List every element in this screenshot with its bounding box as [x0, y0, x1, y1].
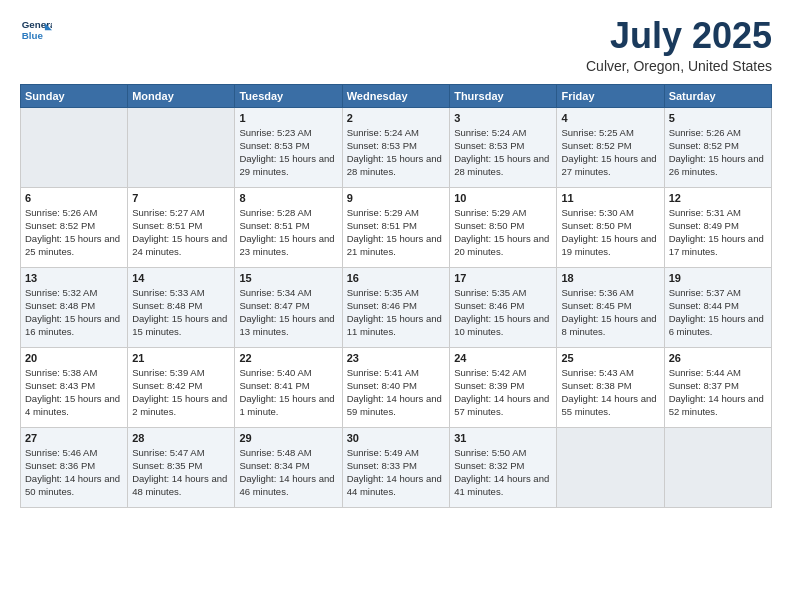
calendar-cell: 23Sunrise: 5:41 AM Sunset: 8:40 PM Dayli…	[342, 347, 449, 427]
calendar-cell: 21Sunrise: 5:39 AM Sunset: 8:42 PM Dayli…	[128, 347, 235, 427]
calendar-cell: 26Sunrise: 5:44 AM Sunset: 8:37 PM Dayli…	[664, 347, 771, 427]
calendar-cell: 5Sunrise: 5:26 AM Sunset: 8:52 PM Daylig…	[664, 107, 771, 187]
weekday-header-wednesday: Wednesday	[342, 84, 449, 107]
calendar-cell	[21, 107, 128, 187]
day-number: 15	[239, 272, 337, 284]
day-info: Sunrise: 5:24 AM Sunset: 8:53 PM Dayligh…	[454, 126, 552, 179]
day-number: 5	[669, 112, 767, 124]
calendar-cell: 28Sunrise: 5:47 AM Sunset: 8:35 PM Dayli…	[128, 427, 235, 507]
day-number: 3	[454, 112, 552, 124]
weekday-header-saturday: Saturday	[664, 84, 771, 107]
calendar-cell	[128, 107, 235, 187]
day-info: Sunrise: 5:26 AM Sunset: 8:52 PM Dayligh…	[25, 206, 123, 259]
week-row-1: 1Sunrise: 5:23 AM Sunset: 8:53 PM Daylig…	[21, 107, 772, 187]
day-number: 10	[454, 192, 552, 204]
day-info: Sunrise: 5:27 AM Sunset: 8:51 PM Dayligh…	[132, 206, 230, 259]
day-info: Sunrise: 5:33 AM Sunset: 8:48 PM Dayligh…	[132, 286, 230, 339]
day-info: Sunrise: 5:42 AM Sunset: 8:39 PM Dayligh…	[454, 366, 552, 419]
day-info: Sunrise: 5:35 AM Sunset: 8:46 PM Dayligh…	[347, 286, 445, 339]
day-number: 13	[25, 272, 123, 284]
calendar-cell: 11Sunrise: 5:30 AM Sunset: 8:50 PM Dayli…	[557, 187, 664, 267]
calendar-cell: 1Sunrise: 5:23 AM Sunset: 8:53 PM Daylig…	[235, 107, 342, 187]
day-info: Sunrise: 5:38 AM Sunset: 8:43 PM Dayligh…	[25, 366, 123, 419]
day-info: Sunrise: 5:46 AM Sunset: 8:36 PM Dayligh…	[25, 446, 123, 499]
day-number: 14	[132, 272, 230, 284]
week-row-5: 27Sunrise: 5:46 AM Sunset: 8:36 PM Dayli…	[21, 427, 772, 507]
day-info: Sunrise: 5:30 AM Sunset: 8:50 PM Dayligh…	[561, 206, 659, 259]
day-number: 11	[561, 192, 659, 204]
header: General Blue July 2025 Culver, Oregon, U…	[20, 16, 772, 74]
day-number: 18	[561, 272, 659, 284]
day-info: Sunrise: 5:24 AM Sunset: 8:53 PM Dayligh…	[347, 126, 445, 179]
day-number: 25	[561, 352, 659, 364]
day-info: Sunrise: 5:49 AM Sunset: 8:33 PM Dayligh…	[347, 446, 445, 499]
calendar-cell: 25Sunrise: 5:43 AM Sunset: 8:38 PM Dayli…	[557, 347, 664, 427]
week-row-4: 20Sunrise: 5:38 AM Sunset: 8:43 PM Dayli…	[21, 347, 772, 427]
calendar-cell: 6Sunrise: 5:26 AM Sunset: 8:52 PM Daylig…	[21, 187, 128, 267]
day-number: 27	[25, 432, 123, 444]
day-info: Sunrise: 5:23 AM Sunset: 8:53 PM Dayligh…	[239, 126, 337, 179]
day-info: Sunrise: 5:43 AM Sunset: 8:38 PM Dayligh…	[561, 366, 659, 419]
subtitle: Culver, Oregon, United States	[586, 58, 772, 74]
weekday-header-row: SundayMondayTuesdayWednesdayThursdayFrid…	[21, 84, 772, 107]
logo: General Blue	[20, 16, 52, 48]
day-number: 23	[347, 352, 445, 364]
day-number: 6	[25, 192, 123, 204]
day-info: Sunrise: 5:31 AM Sunset: 8:49 PM Dayligh…	[669, 206, 767, 259]
calendar-cell: 2Sunrise: 5:24 AM Sunset: 8:53 PM Daylig…	[342, 107, 449, 187]
weekday-header-friday: Friday	[557, 84, 664, 107]
calendar-cell: 7Sunrise: 5:27 AM Sunset: 8:51 PM Daylig…	[128, 187, 235, 267]
day-info: Sunrise: 5:32 AM Sunset: 8:48 PM Dayligh…	[25, 286, 123, 339]
svg-text:Blue: Blue	[22, 30, 44, 41]
day-number: 1	[239, 112, 337, 124]
day-info: Sunrise: 5:47 AM Sunset: 8:35 PM Dayligh…	[132, 446, 230, 499]
calendar-cell: 8Sunrise: 5:28 AM Sunset: 8:51 PM Daylig…	[235, 187, 342, 267]
calendar-cell: 3Sunrise: 5:24 AM Sunset: 8:53 PM Daylig…	[450, 107, 557, 187]
day-number: 29	[239, 432, 337, 444]
calendar-cell: 24Sunrise: 5:42 AM Sunset: 8:39 PM Dayli…	[450, 347, 557, 427]
calendar-cell: 20Sunrise: 5:38 AM Sunset: 8:43 PM Dayli…	[21, 347, 128, 427]
calendar-cell: 12Sunrise: 5:31 AM Sunset: 8:49 PM Dayli…	[664, 187, 771, 267]
day-info: Sunrise: 5:40 AM Sunset: 8:41 PM Dayligh…	[239, 366, 337, 419]
day-number: 21	[132, 352, 230, 364]
calendar-cell: 31Sunrise: 5:50 AM Sunset: 8:32 PM Dayli…	[450, 427, 557, 507]
day-info: Sunrise: 5:48 AM Sunset: 8:34 PM Dayligh…	[239, 446, 337, 499]
day-number: 22	[239, 352, 337, 364]
day-info: Sunrise: 5:25 AM Sunset: 8:52 PM Dayligh…	[561, 126, 659, 179]
weekday-header-thursday: Thursday	[450, 84, 557, 107]
calendar-cell: 27Sunrise: 5:46 AM Sunset: 8:36 PM Dayli…	[21, 427, 128, 507]
day-info: Sunrise: 5:35 AM Sunset: 8:46 PM Dayligh…	[454, 286, 552, 339]
calendar-cell: 13Sunrise: 5:32 AM Sunset: 8:48 PM Dayli…	[21, 267, 128, 347]
day-number: 7	[132, 192, 230, 204]
day-info: Sunrise: 5:39 AM Sunset: 8:42 PM Dayligh…	[132, 366, 230, 419]
calendar-cell: 18Sunrise: 5:36 AM Sunset: 8:45 PM Dayli…	[557, 267, 664, 347]
day-info: Sunrise: 5:41 AM Sunset: 8:40 PM Dayligh…	[347, 366, 445, 419]
calendar-cell: 19Sunrise: 5:37 AM Sunset: 8:44 PM Dayli…	[664, 267, 771, 347]
day-number: 12	[669, 192, 767, 204]
calendar-cell: 16Sunrise: 5:35 AM Sunset: 8:46 PM Dayli…	[342, 267, 449, 347]
day-info: Sunrise: 5:44 AM Sunset: 8:37 PM Dayligh…	[669, 366, 767, 419]
day-number: 8	[239, 192, 337, 204]
day-number: 28	[132, 432, 230, 444]
weekday-header-tuesday: Tuesday	[235, 84, 342, 107]
day-info: Sunrise: 5:50 AM Sunset: 8:32 PM Dayligh…	[454, 446, 552, 499]
day-number: 26	[669, 352, 767, 364]
day-number: 2	[347, 112, 445, 124]
day-number: 4	[561, 112, 659, 124]
calendar-cell: 30Sunrise: 5:49 AM Sunset: 8:33 PM Dayli…	[342, 427, 449, 507]
main-title: July 2025	[586, 16, 772, 56]
calendar-cell: 15Sunrise: 5:34 AM Sunset: 8:47 PM Dayli…	[235, 267, 342, 347]
calendar-cell	[664, 427, 771, 507]
day-info: Sunrise: 5:28 AM Sunset: 8:51 PM Dayligh…	[239, 206, 337, 259]
week-row-3: 13Sunrise: 5:32 AM Sunset: 8:48 PM Dayli…	[21, 267, 772, 347]
day-number: 16	[347, 272, 445, 284]
day-info: Sunrise: 5:29 AM Sunset: 8:50 PM Dayligh…	[454, 206, 552, 259]
calendar-cell: 4Sunrise: 5:25 AM Sunset: 8:52 PM Daylig…	[557, 107, 664, 187]
calendar-cell: 14Sunrise: 5:33 AM Sunset: 8:48 PM Dayli…	[128, 267, 235, 347]
calendar-cell: 17Sunrise: 5:35 AM Sunset: 8:46 PM Dayli…	[450, 267, 557, 347]
day-info: Sunrise: 5:29 AM Sunset: 8:51 PM Dayligh…	[347, 206, 445, 259]
calendar-cell: 29Sunrise: 5:48 AM Sunset: 8:34 PM Dayli…	[235, 427, 342, 507]
page: General Blue July 2025 Culver, Oregon, U…	[0, 0, 792, 612]
calendar-cell: 22Sunrise: 5:40 AM Sunset: 8:41 PM Dayli…	[235, 347, 342, 427]
title-block: July 2025 Culver, Oregon, United States	[586, 16, 772, 74]
